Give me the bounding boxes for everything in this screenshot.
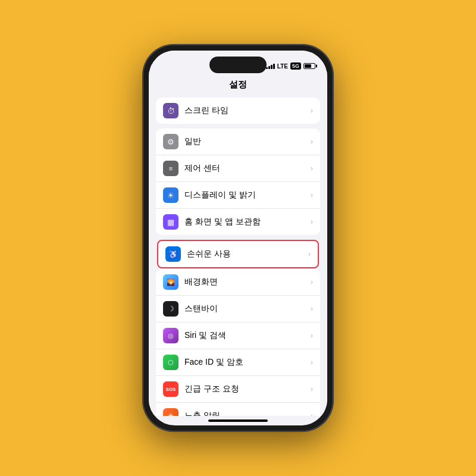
accessibility-label: 손쉬운 사용 [187, 249, 308, 259]
chevron-icon: › [311, 331, 313, 340]
chevron-icon: › [311, 412, 313, 416]
settings-group-general: ⚙ 일반 › ≡ 제어 센터 › ☀ 디스플레이 및 밝기 [156, 129, 320, 235]
chevron-icon: › [311, 385, 313, 393]
display-icon: ☀ [163, 187, 178, 203]
lte-label: LTE [277, 63, 288, 70]
chevron-icon: › [311, 107, 313, 115]
sos-label: 긴급 구조 요청 [184, 384, 311, 394]
chevron-icon: › [311, 218, 313, 226]
5g-badge: 5G [290, 62, 301, 70]
siri-label: Siri 및 검색 [184, 330, 311, 341]
siri-icon: ◎ [163, 328, 178, 343]
faceid-label: Face ID 및 암호 [184, 357, 311, 368]
list-item[interactable]: ☀ 디스플레이 및 밝기 › [156, 182, 320, 209]
list-item[interactable]: ⬡ Face ID 및 암호 › [156, 349, 320, 376]
chevron-icon: › [308, 250, 311, 258]
list-item[interactable]: SOS 긴급 구조 요청 › [156, 376, 320, 403]
list-item[interactable]: ≡ 제어 센터 › [156, 155, 320, 182]
general-label: 일반 [184, 136, 311, 147]
list-item[interactable]: ⏱ 스크린 타임 › [156, 98, 320, 124]
display-label: 디스플레이 및 밝기 [184, 190, 311, 201]
homescreen-icon: ▦ [163, 214, 178, 230]
status-bar: LTE 5G [149, 51, 327, 77]
sos-text: SOS [166, 387, 176, 392]
exposure-label: 노출 알림 [184, 411, 311, 416]
chevron-icon: › [311, 358, 313, 367]
home-indicator [208, 419, 268, 422]
signal-icon [266, 63, 275, 69]
battery-status-icon [303, 63, 315, 69]
status-icons: LTE 5G [266, 62, 315, 70]
homescreen-label: 홈 화면 및 앱 보관함 [184, 217, 311, 227]
accessibility-row[interactable]: ♿ 손쉬운 사용 › [158, 241, 318, 267]
settings-group-lower: 🌄 배경화면 › ☽ 스탠바이 › ◎ Siri 및 검색 [156, 269, 320, 416]
list-item[interactable]: ◎ Siri 및 검색 › [156, 322, 320, 349]
dynamic-island [209, 57, 267, 73]
chevron-icon: › [311, 137, 313, 146]
control-icon: ≡ [163, 161, 178, 176]
list-item[interactable]: ⚙ 일반 › [156, 129, 320, 155]
wallpaper-label: 배경화면 [184, 277, 311, 287]
chevron-icon: › [311, 305, 313, 313]
list-item[interactable]: 🌄 배경화면 › [156, 269, 320, 296]
settings-group-screentime: ⏱ 스크린 타임 › [156, 98, 320, 124]
screentime-label: 스크린 타임 [184, 105, 311, 116]
general-icon: ⚙ [163, 134, 178, 149]
list-item[interactable]: ✳ 노출 알림 › [156, 403, 320, 416]
wallpaper-icon: 🌄 [163, 274, 178, 290]
settings-list: ⏱ 스크린 타임 › ⚙ 일반 › ≡ [149, 95, 327, 416]
standby-label: 스탠바이 [184, 303, 311, 314]
faceid-icon: ⬡ [163, 355, 178, 370]
accessibility-icon: ♿ [165, 246, 181, 262]
phone-screen: LTE 5G 설정 ⏱ 스크린 타임 › [149, 51, 327, 425]
accessibility-highlighted-row[interactable]: ♿ 손쉬운 사용 › [157, 240, 319, 268]
chevron-icon: › [311, 191, 313, 199]
standby-icon: ☽ [163, 301, 178, 317]
chevron-icon: › [311, 164, 313, 173]
sos-icon: SOS [163, 381, 178, 397]
screentime-icon: ⏱ [163, 103, 178, 118]
chevron-icon: › [311, 278, 313, 286]
list-item[interactable]: ▦ 홈 화면 및 앱 보관함 › [156, 209, 320, 235]
control-label: 제어 센터 [184, 163, 311, 174]
exposure-icon: ✳ [163, 408, 178, 416]
nav-title: 설정 [149, 77, 327, 95]
list-item[interactable]: ☽ 스탠바이 › [156, 296, 320, 322]
phone-device: LTE 5G 설정 ⏱ 스크린 타임 › [143, 45, 333, 431]
